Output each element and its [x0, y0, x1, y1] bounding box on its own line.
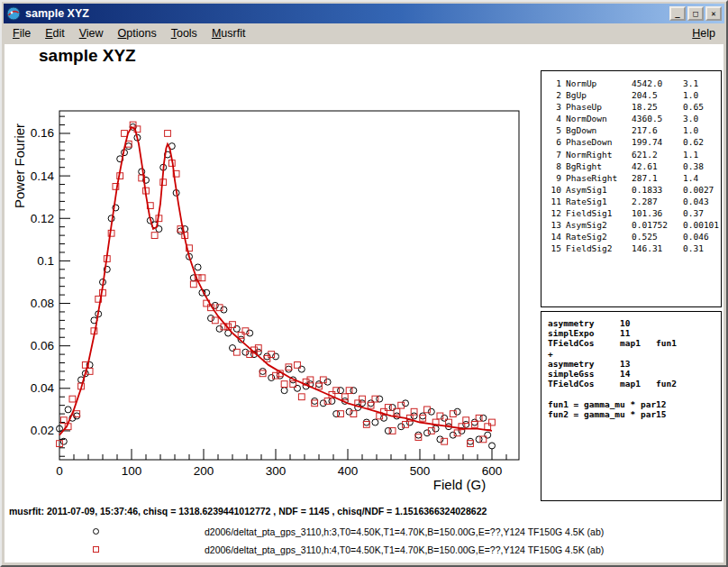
plot-frame	[59, 111, 519, 460]
parameter-cell: 287.1	[632, 172, 678, 184]
parameter-cell: 0.37	[683, 207, 721, 219]
parameter-cell: AsymSig2	[566, 219, 627, 231]
minimize-button[interactable]: _	[669, 6, 686, 21]
parameter-row: 1NormUp4542.03.1	[541, 78, 721, 89]
parameter-cell: 204.5	[632, 89, 678, 101]
parameter-cell: 15	[546, 242, 561, 254]
parameter-cell: 0.38	[683, 160, 721, 172]
parameter-cell: 6	[546, 136, 561, 148]
parameter-cell: 621.2	[632, 149, 678, 160]
root-canvas[interactable]: sample XYZ 01002003004005006000.020.040.…	[5, 44, 723, 562]
x-axis-title: Field (G)	[433, 477, 486, 492]
parameter-cell: 0.046	[683, 231, 721, 242]
parameter-cell: PhaseRight	[566, 172, 627, 184]
legend-row: d2006/deltat_pta_gps_3110,h:3,T0=4.50K,T…	[5, 523, 723, 541]
theory-line: simpleGss 14	[548, 369, 721, 379]
svg-text:300: 300	[266, 464, 287, 478]
svg-text:0.06: 0.06	[31, 339, 54, 352]
parameter-cell: 217.6	[632, 124, 678, 136]
menu-item-help[interactable]: Help	[685, 24, 723, 42]
theory-line: asymmetry 10	[548, 318, 721, 328]
theory-panel: asymmetry 10simplExpo 11TFieldCos map1 f…	[541, 311, 722, 501]
parameter-row: 10AsymSig10.18330.0027	[541, 184, 721, 196]
parameter-cell: 10	[546, 184, 561, 196]
parameter-row: 8BgRight42.610.38	[541, 160, 721, 172]
menu-item-view[interactable]: View	[72, 24, 111, 42]
parameter-cell: 4542.0	[632, 78, 678, 89]
svg-text:200: 200	[194, 464, 214, 478]
parameter-cell: 0.0027	[683, 184, 721, 196]
parameter-cell: BgDown	[566, 124, 627, 136]
menubar-right: Help	[685, 27, 723, 40]
close-button[interactable]: ✕	[705, 6, 722, 21]
parameter-cell: 2.287	[632, 196, 678, 207]
parameter-row: 12FieldSig1101.360.37	[541, 207, 721, 219]
y-axis-title: Power Fourier	[12, 123, 27, 208]
parameter-table: 1NormUp4542.03.12BgUp204.51.03PhaseUp18.…	[541, 78, 721, 254]
fourier-plot[interactable]: 01002003004005006000.020.040.060.080.10.…	[5, 44, 545, 513]
theory-line: fun1 = gamma_mu * par12	[548, 399, 721, 409]
theory-line: simplExpo 11	[548, 328, 721, 338]
parameter-cell: 0.31	[683, 242, 721, 254]
svg-text:0.1: 0.1	[37, 254, 54, 268]
parameter-cell: 1.4	[683, 172, 721, 184]
parameter-cell: 0.62	[683, 136, 721, 148]
legend-row: d2006/deltat_pta_gps_3110,h:4,T0=4.50K,T…	[5, 541, 723, 559]
parameter-cell: NormUp	[566, 78, 627, 89]
parameter-cell: 0.00101	[683, 219, 721, 231]
menubar: FileEditViewOptionsToolsMusrfit Help	[4, 23, 724, 43]
parameter-cell: 13	[546, 219, 561, 231]
theory-block: asymmetry 10simplExpo 11TFieldCos map1 f…	[548, 318, 721, 419]
parameter-cell: 0.525	[632, 231, 678, 242]
parameter-cell: 4360.5	[632, 113, 678, 124]
svg-text:0.12: 0.12	[31, 212, 54, 225]
fit-status-line: musrfit: 2011-07-09, 15:37:46, chisq = 1…	[9, 506, 487, 517]
parameter-cell: 1.1	[683, 149, 721, 160]
parameter-cell: 0.1833	[632, 184, 678, 196]
legend-square-marker-icon	[93, 546, 99, 553]
parameter-cell: BgUp	[566, 89, 627, 101]
svg-text:0.08: 0.08	[31, 297, 54, 310]
parameter-row: 5BgDown217.61.0	[541, 124, 721, 136]
parameter-cell: 7	[546, 149, 561, 160]
menu-item-tools[interactable]: Tools	[164, 24, 205, 42]
parameter-cell: RateSig1	[566, 196, 627, 207]
svg-text:0.14: 0.14	[31, 169, 55, 183]
app-icon	[6, 6, 21, 21]
legend-label: d2006/deltat_pta_gps_3110,h:4,T0=4.50K,T…	[205, 544, 604, 555]
menu-item-edit[interactable]: Edit	[38, 24, 72, 42]
theory-line: asymmetry 13	[548, 359, 721, 369]
svg-text:0.04: 0.04	[31, 381, 55, 395]
parameter-cell: 8	[546, 160, 561, 172]
menu-item-file[interactable]: File	[5, 24, 38, 42]
parameter-cell: BgRight	[566, 160, 627, 172]
parameter-cell: 5	[546, 124, 561, 136]
titlebar[interactable]: sample XYZ _ □ ✕	[4, 4, 724, 23]
theory-line: TFieldCos map1 fun2	[548, 379, 721, 389]
legend-circle-marker-icon	[93, 528, 99, 535]
parameter-cell: 12	[546, 207, 561, 219]
parameter-cell: PhaseDown	[566, 136, 627, 148]
parameter-cell: 3	[546, 101, 561, 113]
svg-text:600: 600	[482, 464, 503, 478]
svg-text:400: 400	[338, 464, 359, 478]
window-title: sample XYZ	[25, 7, 669, 20]
menu-item-options[interactable]: Options	[111, 24, 164, 42]
parameter-panel: 1NormUp4542.03.12BgUp204.51.03PhaseUp18.…	[541, 70, 722, 307]
maximize-button[interactable]: □	[687, 6, 704, 21]
window-controls: _ □ ✕	[669, 6, 722, 21]
svg-text:100: 100	[122, 464, 142, 478]
parameter-row: 15FieldSig2146.310.31	[541, 242, 721, 254]
parameter-cell: 18.25	[632, 101, 678, 113]
parameter-cell: PhaseUp	[566, 101, 627, 113]
parameter-row: 7NormRight621.21.1	[541, 149, 721, 160]
parameter-cell: 9	[546, 172, 561, 184]
parameter-row: 4NormDown4360.53.0	[541, 113, 721, 124]
parameter-row: 9PhaseRight287.11.4	[541, 172, 721, 184]
menu-item-musrfit[interactable]: Musrfit	[205, 24, 253, 42]
parameter-cell: 0.65	[683, 101, 721, 113]
theory-line: fun2 = gamma_mu * par15	[548, 409, 721, 419]
theory-line	[548, 389, 721, 398]
parameter-cell: 1.0	[683, 124, 721, 136]
parameter-cell: 3.0	[683, 113, 721, 124]
